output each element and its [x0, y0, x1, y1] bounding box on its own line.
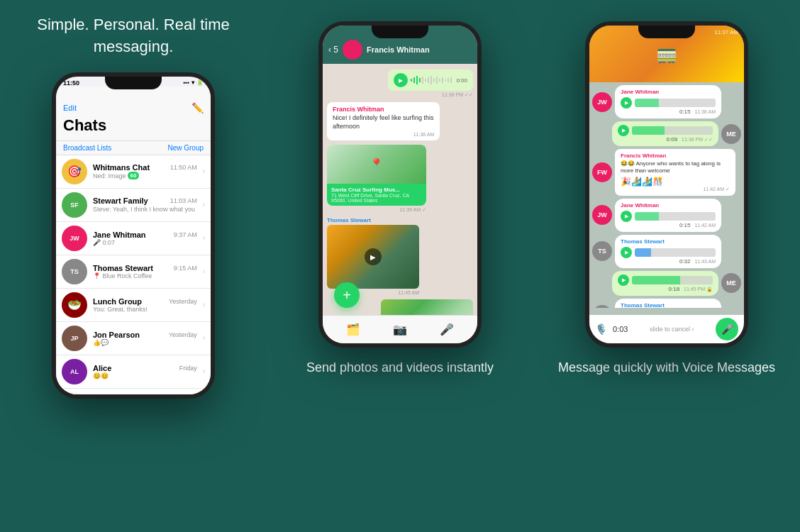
play-button[interactable]: ▶	[618, 125, 629, 136]
chat-name: Alice	[93, 364, 111, 372]
avatar: TS	[62, 259, 87, 284]
chat-preview: Ned: Image 60	[93, 172, 197, 179]
voice-info: 0:09 11:38 PM ✓✓	[618, 136, 713, 143]
recording-timer: 0:03	[613, 325, 628, 333]
phone-1: 11:50 ▪▪▪ ▾ 🔋 Edit ✏️ Chats Broadcast Li…	[52, 72, 215, 399]
conversation-screen: ‹ 5 Francis Whitman ▶	[323, 26, 477, 343]
message-time: 11:42 AM ✓	[621, 187, 730, 192]
list-item[interactable]: 🎯 Whitmans Chat 11:50 AM Ned: Image 60 ›	[56, 155, 211, 189]
voice-info: 0:15 11:38 AM	[621, 109, 716, 115]
play-button[interactable]: ▶	[621, 97, 632, 109]
svg-rect-0	[411, 79, 412, 82]
avatar: TS	[592, 305, 612, 308]
svg-rect-6	[428, 77, 429, 83]
avatar: 🎯	[62, 159, 87, 184]
list-item[interactable]: 🕶️ 🕶 It's the weekend Friday Ayesha: ›	[56, 389, 211, 394]
chat-name: Thomas Stewart	[93, 264, 153, 272]
list-item[interactable]: SF Stewart Family 11:03 AM Steve: Yeah, …	[56, 189, 211, 222]
mic-icon[interactable]: 🎤	[440, 323, 454, 336]
voice-info: 0:32 11:43 AM	[621, 258, 716, 265]
play-button[interactable]: ▶	[365, 248, 382, 265]
chat-name-row: Alice Friday	[93, 364, 197, 372]
list-item[interactable]: AL Alice Friday 😊😊 ›	[56, 355, 211, 389]
voice-bubble: Thomas Stewart ▶ 0:32 11:43 AM	[615, 235, 721, 268]
play-button[interactable]: ▶	[621, 211, 632, 222]
chat-preview: You: Great, thanks!	[93, 306, 197, 313]
list-item[interactable]: TS Thomas Stewart 9:15 AM 📍 Blue Rock Co…	[56, 255, 211, 289]
status-icons: ▪▪▪ ▾ 🔋	[183, 79, 204, 86]
chevron-right-icon: ›	[203, 167, 205, 175]
list-item[interactable]: 🥗 Lunch Group Yesterday You: Great, than…	[56, 289, 211, 322]
voice-message-row: ME ▶ 0:09 11:38 PM ✓✓	[592, 121, 741, 146]
play-button[interactable]: ▶	[618, 275, 629, 286]
chat-preview: 😊😊	[93, 372, 197, 379]
list-item[interactable]: JW Jane Whitman 9:37 AM 🎤 0:07 ›	[56, 222, 211, 255]
broadcast-lists-button[interactable]: Broadcast Lists	[63, 144, 111, 152]
message-text: 😂😂 Anyone who wants to tag along is more…	[621, 160, 730, 175]
avatar: AL	[62, 359, 87, 384]
chat-name-row: Thomas Stewart 9:15 AM	[93, 264, 197, 272]
sender-name: Jane Whitman	[621, 89, 716, 95]
voice-info: 0:15 11:42 AM	[621, 222, 716, 228]
svg-rect-5	[425, 79, 426, 82]
location-address: 71 West Cliff Drive, Santa Cruz, CA 9506…	[331, 193, 422, 203]
plus-icon: +	[343, 288, 351, 302]
new-group-button[interactable]: New Group	[167, 144, 204, 152]
voice-message-row: JW Jane Whitman ▶ 0:15 11:38 AM	[592, 85, 741, 118]
location-map: 📍	[327, 145, 426, 184]
chevron-right-icon: ›	[203, 234, 205, 242]
message-location: 📍 Santa Cruz Surfing Mus... 71 West Clif…	[327, 145, 426, 213]
back-button[interactable]: ‹ 5	[328, 45, 338, 55]
add-fab-button[interactable]: +	[334, 282, 360, 308]
mic-recording-icon: 🎙️	[595, 323, 607, 335]
voice-bubble: ▶	[388, 70, 473, 91]
message-time: 11:39 AM ✓	[327, 207, 426, 213]
chevron-right-icon: ›	[203, 367, 205, 375]
sender-name: Thomas Stewart	[327, 217, 419, 223]
svg-rect-11	[442, 77, 443, 83]
sticker-icon[interactable]: 🗂️	[346, 323, 360, 336]
message-time: 11:38 PM ✓✓	[682, 137, 713, 142]
emoji-row: 🎉🏄🏄🎊	[621, 177, 730, 187]
mic-icon: 🎤	[721, 323, 733, 335]
camera-icon[interactable]: 📷	[393, 323, 407, 336]
message-time: 11:45 PM 🔒	[684, 287, 713, 292]
location-name: Santa Cruz Surfing Mus...	[331, 187, 422, 193]
chat-time: 11:03 AM	[170, 197, 197, 204]
voice-info: 0:18 11:45 PM 🔒	[618, 286, 713, 292]
svg-rect-10	[439, 79, 440, 82]
chat-time: 9:37 AM	[174, 231, 197, 238]
voice-bubble: Jane Whitman ▶ 0:15 11:38 AM	[615, 85, 721, 118]
phone-3-notch	[638, 26, 695, 38]
location-bubble: 📍 Santa Cruz Surfing Mus... 71 West Clif…	[327, 145, 426, 206]
panel-1: Simple. Personal. Real time messaging. 1…	[0, 0, 267, 532]
chat-time: 9:15 AM	[174, 265, 197, 272]
chat-info: Jane Whitman 9:37 AM 🎤 0:07	[93, 231, 197, 246]
chat-name-row: Whitmans Chat 11:50 AM	[93, 163, 197, 172]
svg-rect-3	[419, 78, 421, 82]
chats-compose-button[interactable]: ✏️	[191, 102, 204, 113]
svg-rect-1	[413, 77, 415, 83]
chat-name-row: Stewart Family 11:03 AM	[93, 196, 197, 205]
chevron-right-icon: ›	[203, 201, 205, 209]
chat-name: Jane Whitman	[93, 231, 146, 239]
mic-send-button[interactable]: 🎤	[716, 318, 738, 340]
chats-edit-button[interactable]: Edit	[63, 104, 77, 112]
duration: 0:18	[669, 286, 680, 292]
message-voice-sent: ▶	[388, 70, 473, 98]
waveform	[632, 126, 713, 135]
voice-messages-list: JW Jane Whitman ▶ 0:15 11:38 AM	[589, 82, 744, 308]
message-time: 11:42 AM	[694, 223, 716, 228]
sender-name: Thomas Stewart	[621, 238, 716, 245]
voice-content: ▶	[618, 125, 713, 136]
signal-icon: ▪▪▪	[183, 79, 189, 86]
waveform	[632, 276, 713, 284]
list-item[interactable]: JP Jon Pearson Yesterday 👍💬 ›	[56, 322, 211, 355]
chat-info: Whitmans Chat 11:50 AM Ned: Image 60	[93, 163, 197, 179]
voice-bubble: ▶ 0:09 11:38 PM ✓✓	[612, 121, 718, 146]
panel-3-caption: Message quickly with Voice Messages	[558, 359, 775, 377]
recording-bar: 🎙️ 0:03 slide to cancel ‹ 🎤	[589, 315, 744, 343]
play-button[interactable]: ▶	[394, 73, 408, 87]
play-button[interactable]: ▶	[621, 247, 632, 258]
chat-name-row: Jane Whitman 9:37 AM	[93, 231, 197, 239]
